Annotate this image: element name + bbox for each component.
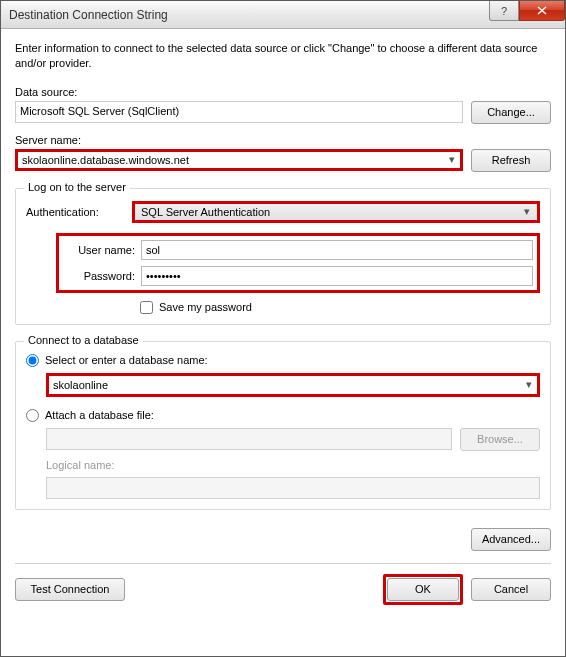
database-name-combo[interactable]: ▾ [46, 373, 540, 397]
attach-db-label: Attach a database file: [45, 409, 154, 421]
save-password-label: Save my password [159, 301, 252, 313]
titlebar-buttons: ? [489, 1, 565, 21]
data-source-field: Microsoft SQL Server (SqlClient) [15, 101, 463, 123]
server-name-combo[interactable]: ▾ [15, 149, 463, 171]
logon-group: Log on to the server Authentication: SQL… [15, 188, 551, 325]
logical-name-label: Logical name: [46, 459, 540, 471]
database-name-input[interactable] [49, 377, 521, 393]
help-button[interactable]: ? [489, 1, 519, 21]
chevron-down-icon[interactable]: ▾ [519, 204, 535, 220]
browse-button: Browse... [460, 428, 540, 451]
attach-db-radio[interactable] [26, 409, 39, 422]
chevron-down-icon[interactable]: ▾ [521, 376, 537, 394]
connect-group-title: Connect to a database [24, 334, 143, 346]
save-password-checkbox[interactable] [140, 301, 153, 314]
password-label: Password: [63, 270, 141, 282]
select-db-label: Select or enter a database name: [45, 354, 208, 366]
data-source-label: Data source: [15, 86, 77, 98]
refresh-button[interactable]: Refresh [471, 149, 551, 172]
dialog-window: Destination Connection String ? Enter in… [0, 0, 566, 657]
cancel-button[interactable]: Cancel [471, 578, 551, 601]
server-name-input[interactable] [18, 152, 444, 168]
close-button[interactable] [519, 1, 565, 21]
advanced-button[interactable]: Advanced... [471, 528, 551, 551]
ok-highlight: OK [383, 574, 463, 605]
ok-button[interactable]: OK [387, 578, 459, 601]
logical-name-input [46, 477, 540, 499]
attach-file-input [46, 428, 452, 450]
connect-group: Connect to a database Select or enter a … [15, 341, 551, 510]
authentication-value: SQL Server Authentication [141, 206, 270, 218]
close-icon [537, 6, 547, 15]
description-text: Enter information to connect to the sele… [15, 41, 551, 72]
username-input[interactable] [141, 240, 533, 260]
select-db-radio[interactable] [26, 354, 39, 367]
window-title: Destination Connection String [9, 8, 168, 22]
credentials-box: User name: Password: [56, 233, 540, 293]
username-label: User name: [63, 244, 141, 256]
authentication-label: Authentication: [26, 206, 126, 218]
change-button[interactable]: Change... [471, 101, 551, 124]
titlebar: Destination Connection String ? [1, 1, 565, 29]
logon-group-title: Log on to the server [24, 181, 130, 193]
dialog-content: Enter information to connect to the sele… [1, 29, 565, 617]
dialog-footer: Test Connection OK Cancel [15, 563, 551, 605]
chevron-down-icon[interactable]: ▾ [444, 152, 460, 168]
authentication-combo[interactable]: SQL Server Authentication ▾ [132, 201, 540, 223]
password-input[interactable] [141, 266, 533, 286]
server-name-label: Server name: [15, 134, 81, 146]
test-connection-button[interactable]: Test Connection [15, 578, 125, 601]
